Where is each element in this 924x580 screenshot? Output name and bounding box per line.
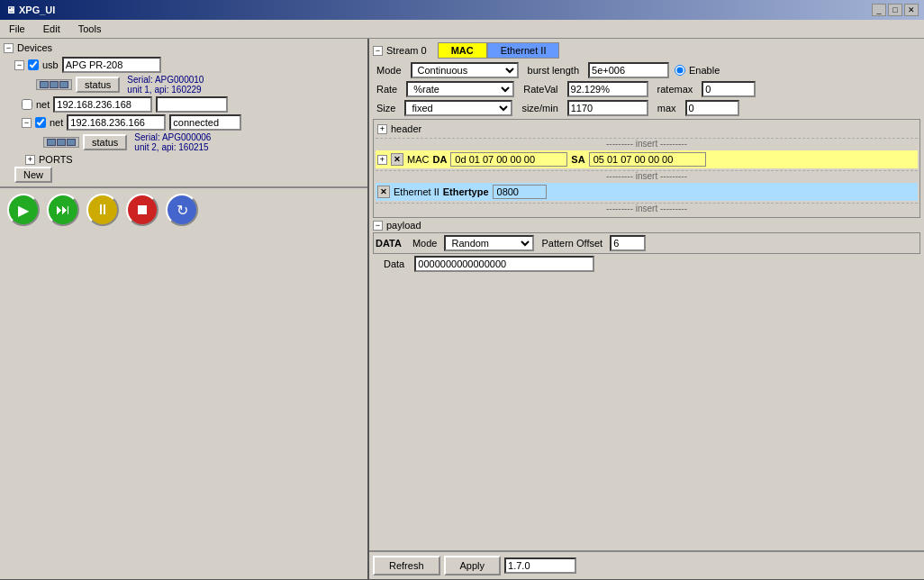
transport-refresh-button[interactable]: ↻ bbox=[166, 194, 198, 226]
rate-label: Rate bbox=[373, 84, 401, 95]
net1-checkbox[interactable] bbox=[22, 99, 32, 110]
mac-x-button[interactable]: ✕ bbox=[391, 153, 403, 166]
net2-value-input[interactable] bbox=[169, 114, 241, 131]
menu-edit[interactable]: Edit bbox=[38, 22, 66, 36]
version-input[interactable] bbox=[504, 557, 576, 574]
menu-tools[interactable]: Tools bbox=[73, 22, 107, 36]
sizemin-input[interactable] bbox=[567, 100, 648, 116]
new-button[interactable]: New bbox=[14, 167, 52, 183]
net2-checkbox[interactable] bbox=[35, 117, 46, 128]
stream-header: − Stream 0 MAC Ethernet II bbox=[373, 42, 920, 59]
net2-collapse[interactable]: − bbox=[22, 118, 32, 128]
rateval-input[interactable] bbox=[567, 81, 648, 97]
devices-collapse[interactable]: − bbox=[4, 43, 14, 53]
mac-expand[interactable]: + bbox=[377, 155, 387, 165]
title-bar-text: 🖥 XPG_UI bbox=[5, 5, 55, 15]
payload-section: − payload DATA Mode Random Pattern Offse… bbox=[373, 220, 920, 274]
device2-serial: Serial: APG000006 bbox=[134, 132, 211, 142]
usb-row: − usb bbox=[14, 57, 364, 73]
stream-section: − Stream 0 MAC Ethernet II Mode Continuo… bbox=[369, 39, 924, 551]
device2-status-button[interactable]: status bbox=[83, 134, 127, 150]
size-label: Size bbox=[373, 103, 399, 113]
rate-select[interactable]: %rate bbox=[406, 81, 514, 97]
apply-button[interactable]: Apply bbox=[444, 556, 502, 575]
usb-device-input[interactable] bbox=[62, 57, 161, 73]
da-label: DA bbox=[432, 154, 447, 165]
eth-label: Ethernet II bbox=[394, 186, 439, 197]
net2-label: net bbox=[50, 117, 63, 128]
device1-icon bbox=[36, 79, 72, 90]
menu-file[interactable]: File bbox=[4, 22, 31, 36]
mode-label: Mode bbox=[373, 65, 405, 76]
mac-sa-input[interactable] bbox=[589, 152, 706, 167]
size-select[interactable]: fixed bbox=[404, 100, 512, 116]
main-content: − Devices − usb status Serial: APG000010 bbox=[0, 39, 924, 579]
pattern-input[interactable] bbox=[610, 235, 646, 251]
maximize-button[interactable]: □ bbox=[888, 4, 902, 16]
stop-button[interactable]: ⏹ bbox=[126, 194, 159, 226]
payload-mode-label: Mode bbox=[409, 238, 441, 249]
header-expand[interactable]: + bbox=[377, 124, 387, 134]
ports-row: + PORTS bbox=[25, 154, 364, 165]
net1-value-input[interactable] bbox=[156, 96, 228, 113]
stream-collapse[interactable]: − bbox=[373, 46, 383, 56]
stream-tab-bar: MAC Ethernet II bbox=[438, 42, 560, 59]
payload-mode-select[interactable]: Random bbox=[444, 235, 534, 251]
close-button[interactable]: ✕ bbox=[904, 4, 919, 16]
enable-radio[interactable] bbox=[675, 65, 685, 76]
net2-row: − net bbox=[22, 114, 364, 131]
burst-label: burst length bbox=[524, 65, 583, 76]
payload-collapse[interactable]: − bbox=[373, 221, 383, 231]
ratemax-label: ratemax bbox=[654, 84, 697, 95]
right-panel: − Stream 0 MAC Ethernet II Mode Continuo… bbox=[369, 39, 924, 579]
enable-row: Enable bbox=[675, 65, 720, 76]
tab-mac[interactable]: MAC bbox=[438, 42, 487, 59]
usb-collapse[interactable]: − bbox=[14, 60, 24, 70]
device1-unit: unit 1, api: 160229 bbox=[127, 85, 204, 95]
net2-ip-input[interactable] bbox=[67, 114, 166, 131]
usb-checkbox[interactable] bbox=[28, 59, 39, 70]
usb-label: usb bbox=[42, 59, 59, 70]
ethertype-label: Ethertype bbox=[443, 186, 489, 197]
eth-x-button[interactable]: ✕ bbox=[377, 186, 390, 198]
payload-data-label: Data bbox=[380, 258, 408, 269]
sa-label: SA bbox=[571, 154, 584, 165]
pause-button[interactable]: ⏸ bbox=[86, 194, 119, 226]
ports-label: PORTS bbox=[39, 154, 73, 165]
devices-section: − Devices − usb status Serial: APG000010 bbox=[0, 39, 367, 187]
transport-bar: ▶ ⏭ ⏸ ⏹ ↻ bbox=[0, 187, 367, 231]
title-bar-controls: _ □ ✕ bbox=[872, 4, 919, 16]
max-input[interactable] bbox=[685, 100, 739, 116]
net1-ip-input[interactable] bbox=[53, 96, 152, 113]
title-bar: 🖥 XPG_UI _ □ ✕ bbox=[0, 0, 924, 20]
ratemax-input[interactable] bbox=[702, 81, 756, 97]
stream-label: Stream 0 bbox=[386, 45, 427, 56]
eth-row: ✕ Ethernet II Ethertype bbox=[376, 183, 918, 201]
ports-expand[interactable]: + bbox=[25, 155, 35, 165]
header-title: + header bbox=[376, 122, 918, 136]
refresh-button[interactable]: Refresh bbox=[373, 556, 440, 575]
left-panel: − Devices − usb status Serial: APG000010 bbox=[0, 39, 369, 579]
play-button[interactable]: ▶ bbox=[7, 194, 40, 226]
devices-title: Devices bbox=[17, 42, 52, 53]
payload-row: DATA Mode Random Pattern Offset bbox=[373, 232, 920, 254]
burst-input[interactable] bbox=[588, 62, 669, 78]
device2-unit: unit 2, api: 160215 bbox=[134, 142, 211, 152]
net1-label: net bbox=[36, 99, 50, 110]
action-bar: Refresh Apply bbox=[369, 551, 924, 579]
tab-ethernet[interactable]: Ethernet II bbox=[487, 42, 560, 59]
payload-data-input[interactable] bbox=[414, 256, 594, 272]
net1-row: net bbox=[22, 96, 364, 113]
pattern-label: Pattern Offset bbox=[538, 238, 606, 249]
mac-da-input[interactable] bbox=[450, 152, 567, 167]
ethertype-input[interactable] bbox=[493, 185, 547, 199]
mode-select[interactable]: Continuous bbox=[411, 62, 519, 78]
insert-bar-1: --------- insert --------- bbox=[376, 138, 918, 149]
device1-status-button[interactable]: status bbox=[76, 77, 120, 93]
skip-button[interactable]: ⏭ bbox=[47, 194, 79, 226]
insert-bar-3: --------- insert --------- bbox=[376, 203, 918, 213]
data-label: DATA bbox=[376, 238, 402, 249]
minimize-button[interactable]: _ bbox=[872, 4, 886, 16]
max-label: max bbox=[654, 103, 680, 113]
mac-label: MAC bbox=[407, 154, 429, 165]
